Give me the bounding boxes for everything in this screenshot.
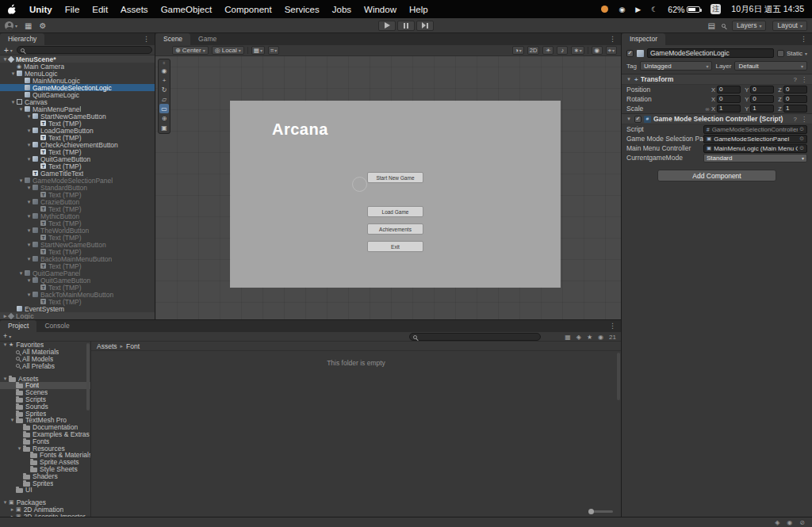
component-menu-icon[interactable]: ⋮	[800, 76, 808, 83]
shading-mode-dropdown[interactable]: ◑▾	[512, 46, 524, 55]
undo-history-icon[interactable]: ▤	[707, 21, 714, 30]
z-value-field[interactable]: 0	[783, 86, 807, 94]
create-asset-button[interactable]: +▾	[3, 332, 11, 340]
hierarchy-item[interactable]: ◉ Main Camera	[0, 63, 155, 70]
hierarchy-search-input[interactable]	[17, 46, 152, 54]
tab-console[interactable]: Console	[36, 320, 77, 332]
breadcrumb-current[interactable]: Font	[126, 342, 140, 350]
panel-menu-icon[interactable]: ⋮	[604, 33, 621, 45]
property-value-field[interactable]: GameModeSelectionPanel ⊙ ▾	[703, 135, 807, 143]
slider-knob[interactable]	[588, 509, 594, 514]
foldout-arrow-icon[interactable]: ▾	[626, 76, 632, 82]
focus-mode-icon[interactable]: ☾	[651, 6, 657, 13]
search-by-label-icon[interactable]: ◈	[576, 334, 581, 341]
link-scale-icon[interactable]: ∞	[703, 106, 711, 112]
expander-arrow-icon[interactable]: ▾	[2, 499, 9, 506]
help-icon[interactable]: ?	[793, 76, 798, 83]
snap-settings-button[interactable]: ⌗▾	[268, 46, 279, 55]
x-value-field[interactable]: 1	[717, 105, 741, 113]
panel-menu-icon[interactable]: ⋮	[604, 320, 621, 332]
hierarchy-item[interactable]: ▸ Logic	[0, 312, 155, 319]
input-source-icon[interactable]: 注	[710, 4, 721, 14]
custom-tool-button[interactable]: ▣	[159, 123, 169, 132]
expander-arrow-icon[interactable]: ▾	[25, 185, 33, 191]
move-tool-button[interactable]: +	[159, 75, 169, 85]
layers-dropdown[interactable]: Layers▾	[732, 21, 767, 31]
scrollbar[interactable]	[86, 343, 90, 411]
expander-arrow-icon[interactable]: ▾	[25, 213, 33, 220]
static-toggle[interactable]: Static ▾	[777, 50, 807, 57]
apple-menu-icon[interactable]	[8, 4, 17, 14]
project-tree-item[interactable]: Sprites	[0, 479, 90, 487]
tab-hierarchy[interactable]: Hierarchy	[0, 33, 44, 45]
expander-arrow-icon[interactable]: ▾	[10, 71, 17, 77]
project-tree-item[interactable]	[0, 369, 90, 375]
project-tree-item[interactable]: ▾ Assets	[0, 375, 90, 382]
expander-arrow-icon[interactable]: ▸	[9, 506, 16, 513]
game-controller-icon[interactable]: ◉	[619, 6, 625, 13]
hierarchy-item[interactable]: T Text (TMP)	[0, 298, 155, 305]
layout-dropdown[interactable]: Layout▾	[772, 21, 807, 31]
scene-audio-icon[interactable]: ♪	[557, 46, 568, 55]
gameobject-name-field[interactable]: GameModeSelectionLogic	[647, 48, 774, 58]
object-picker-icon[interactable]: ⊙	[799, 136, 804, 142]
game-ui-canvas[interactable]: Arcana Start New GameLoad GameAchievemen…	[231, 101, 560, 287]
play-button[interactable]	[378, 21, 396, 31]
menu-item[interactable]: Edit	[92, 5, 108, 14]
game-ui-button[interactable]: Exit	[367, 241, 423, 252]
component-menu-icon[interactable]: ⋮	[800, 116, 808, 123]
tool-handle-rotation-dropdown[interactable]: ◎Local▾	[212, 46, 244, 55]
add-component-button[interactable]: Add Component	[657, 170, 776, 181]
rotate-tool-button[interactable]: ↻	[159, 85, 169, 94]
tag-dropdown[interactable]: Untagged▾	[640, 61, 713, 71]
project-tree-item[interactable]: All Prefabs	[0, 362, 90, 369]
menu-item[interactable]: Jobs	[332, 5, 351, 14]
cloud-services-icon[interactable]: ▦	[25, 21, 32, 30]
expander-arrow-icon[interactable]: ▾	[25, 113, 33, 120]
account-button[interactable]: ▾	[5, 21, 17, 30]
expander-arrow-icon[interactable]: ▾	[17, 106, 25, 113]
expander-arrow-icon[interactable]: ▾	[25, 242, 33, 248]
scale-tool-button[interactable]: ▱	[159, 94, 169, 104]
component-enabled-checkbox[interactable]	[634, 116, 642, 123]
auto-generate-lighting-icon[interactable]: ◈	[775, 519, 779, 526]
screen-recording-icon[interactable]	[601, 6, 608, 13]
project-tree-item[interactable]: UI	[0, 487, 90, 494]
tab-scene[interactable]: Scene	[155, 33, 190, 45]
scene-visibility-icon[interactable]: ◉	[592, 46, 603, 55]
rect-tool-button[interactable]: ▭	[159, 104, 169, 113]
expander-arrow-icon[interactable]: ▾	[2, 342, 9, 348]
game-ui-button[interactable]: Load Game	[367, 206, 423, 217]
menu-bar-clock[interactable]: 10月6日 週五 14:35	[731, 4, 804, 15]
tab-inspector[interactable]: Inspector	[622, 33, 665, 45]
tool-handle-position-dropdown[interactable]: ⊕Center▾	[172, 46, 209, 55]
object-picker-icon[interactable]: ⊙	[799, 145, 804, 151]
gameobject-active-checkbox[interactable]	[626, 50, 634, 57]
menu-item[interactable]: Services	[285, 5, 320, 14]
property-value-field[interactable]: GameModeSelectionController ⊙ ▾	[703, 125, 807, 134]
expander-arrow-icon[interactable]: ▾	[25, 277, 33, 284]
settings-gear-icon[interactable]: ⚙	[39, 21, 46, 30]
game-ui-button[interactable]: Start New Game	[367, 172, 423, 183]
collab-status-icon[interactable]: ⊘	[799, 519, 805, 526]
menu-item[interactable]: Window	[364, 5, 396, 14]
breadcrumb-root[interactable]: Assets	[97, 342, 117, 350]
object-picker-icon[interactable]: ⊙	[799, 126, 804, 132]
y-value-field[interactable]: 0	[750, 95, 774, 103]
scene-lighting-icon[interactable]: ☀	[542, 46, 553, 55]
foldout-arrow-icon[interactable]: ▾	[626, 116, 632, 122]
battery-indicator[interactable]: 62%	[668, 5, 700, 14]
step-button[interactable]	[416, 21, 434, 31]
view-tool-button[interactable]: ◉	[159, 66, 169, 75]
thumbnail-zoom-slider[interactable]	[589, 510, 613, 513]
expander-arrow-icon[interactable]: ▾	[2, 376, 9, 382]
expander-arrow-icon[interactable]: ▾	[25, 199, 33, 205]
create-object-button[interactable]: +▾	[2, 46, 14, 55]
static-checkbox[interactable]	[777, 50, 784, 57]
menu-item[interactable]: File	[65, 5, 80, 14]
project-asset-area[interactable]: Assets ▸ Font This folder is empty	[91, 342, 621, 517]
expander-arrow-icon[interactable]: ▾	[25, 292, 33, 298]
script-component-header[interactable]: ▾ # Game Mode Selection Controller (Scri…	[622, 113, 812, 124]
now-playing-icon[interactable]: ▶	[635, 6, 641, 13]
x-value-field[interactable]: 0	[717, 86, 741, 94]
